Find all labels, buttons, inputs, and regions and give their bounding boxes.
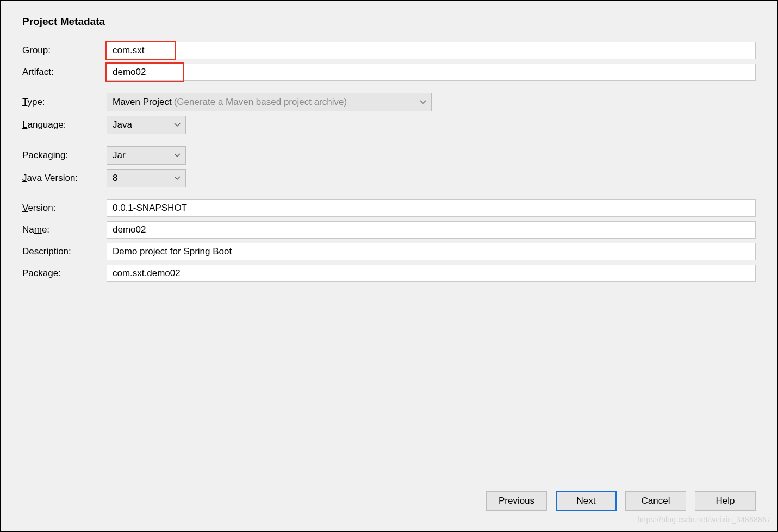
language-label: Language:: [22, 115, 107, 135]
project-metadata-dialog: Project Metadata Group: Artifact: Ty: [0, 0, 778, 532]
version-label: Version:: [22, 198, 107, 218]
name-input[interactable]: [107, 221, 756, 239]
section-heading: Project Metadata: [22, 16, 756, 28]
type-select[interactable]: Maven Project (Generate a Maven based pr…: [107, 93, 432, 111]
next-button[interactable]: Next: [556, 491, 617, 511]
package-label: Package:: [22, 264, 107, 283]
description-input[interactable]: [107, 243, 756, 260]
language-value: Java: [113, 120, 132, 130]
chevron-down-icon: [419, 98, 427, 106]
language-select[interactable]: Java: [107, 116, 186, 134]
java-version-value: 8: [113, 173, 117, 184]
type-label: Type:: [22, 92, 107, 112]
java-version-label: Java Version:: [22, 168, 107, 188]
packaging-value: Jar: [113, 150, 126, 161]
chevron-down-icon: [173, 152, 181, 159]
form-grid: Group: Artifact: Type:: [22, 40, 756, 284]
dialog-content: Project Metadata Group: Artifact: Ty: [1, 1, 777, 491]
java-version-select[interactable]: 8: [107, 169, 186, 187]
help-button[interactable]: Help: [695, 491, 756, 511]
chevron-down-icon: [173, 174, 181, 182]
artifact-label: Artifact:: [22, 62, 107, 82]
cancel-button[interactable]: Cancel: [625, 491, 686, 511]
packaging-select[interactable]: Jar: [107, 146, 186, 165]
version-input[interactable]: [107, 199, 756, 217]
chevron-down-icon: [173, 121, 181, 129]
type-value: Maven Project: [113, 97, 172, 108]
type-hint: (Generate a Maven based project archive): [174, 97, 347, 108]
packaging-label: Packaging:: [22, 146, 107, 165]
group-label: Group:: [22, 41, 107, 60]
description-label: Description:: [22, 242, 107, 261]
package-input[interactable]: [107, 265, 756, 282]
button-bar: Previous Next Cancel Help: [1, 491, 777, 531]
artifact-input[interactable]: [107, 64, 756, 81]
name-label: Name:: [22, 220, 107, 240]
group-input[interactable]: [107, 42, 756, 59]
previous-button[interactable]: Previous: [486, 491, 547, 511]
